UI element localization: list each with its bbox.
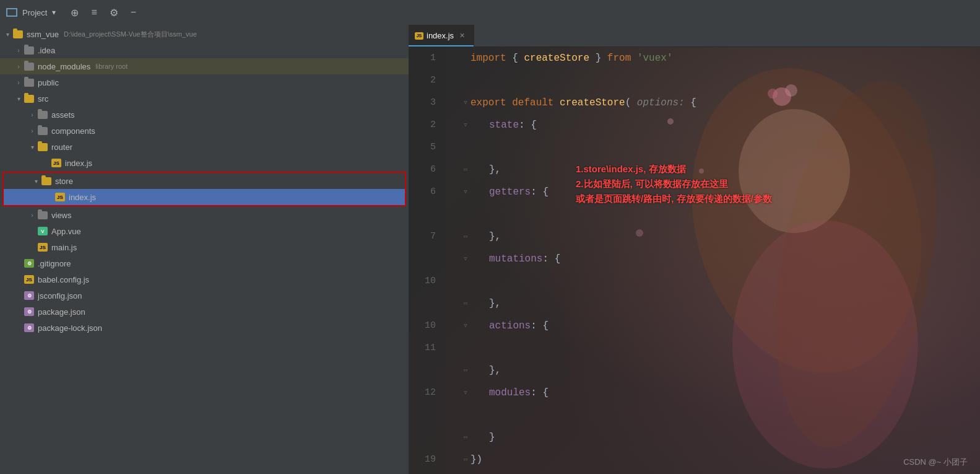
tab-bar: JS index.js ✕ (409, 25, 980, 47)
pj-label: package.json (38, 307, 85, 317)
line-num-8 (409, 203, 436, 226)
pl-icon: ⚙ (24, 322, 35, 333)
nm-label: node_modules (38, 62, 90, 71)
nm-chevron: › (14, 63, 24, 70)
idea-label: .idea (38, 46, 55, 55)
store-highlight-box: ▾ store JS index.js (2, 172, 406, 206)
si-js-icon: JS (54, 191, 66, 203)
menu-button[interactable]: ≡ (89, 6, 99, 19)
pj-icon: ⚙ (24, 306, 35, 317)
sidebar-item-package[interactable]: ⚙ package.json (0, 304, 409, 320)
minimize-button[interactable]: − (128, 6, 139, 19)
store-chevron: ▾ (31, 178, 41, 185)
fold-7[interactable]: ▽ (461, 181, 470, 203)
code-line-17 (461, 404, 980, 426)
sidebar-item-idea[interactable]: › .idea (0, 42, 409, 58)
code-line-5 (461, 136, 980, 159)
code-line-13: ▽ actions : { (461, 315, 980, 337)
fold-12[interactable]: ▭ (461, 292, 470, 315)
sidebar-item-public[interactable]: › public (0, 74, 409, 90)
title-bar-left: Project ▾ (6, 8, 56, 17)
sidebar-item-router-index[interactable]: JS index.js (0, 155, 409, 171)
sidebar-item-store[interactable]: ▾ store (4, 173, 405, 189)
line-num-3: 3 (409, 92, 436, 114)
code-line-14 (461, 337, 980, 359)
views-folder-icon (37, 209, 48, 221)
bc-js-icon: JS (24, 274, 35, 285)
code-line-19: ▭ }) (461, 449, 980, 471)
sidebar-item-views[interactable]: › views (0, 207, 409, 223)
project-icon (6, 8, 17, 17)
code-line-10: ▽ mutations : { (461, 248, 980, 270)
idea-folder-icon (24, 45, 35, 56)
line-num-11: 10 (409, 270, 436, 292)
line-num-1: 1 (409, 47, 436, 69)
components-folder-icon (37, 125, 48, 136)
nm-folder-icon (24, 61, 35, 72)
root-path: D:\idea_project\SSM-Vue整合项目\ssm_vue (64, 30, 197, 39)
fold-10[interactable]: ▽ (461, 248, 470, 270)
tab-index-js[interactable]: JS index.js ✕ (409, 25, 474, 46)
chevron-icon[interactable]: ▾ (52, 8, 56, 17)
public-label: public (38, 78, 59, 87)
ri-label: index.js (65, 159, 92, 168)
sidebar-item-package-lock[interactable]: ⚙ package-lock.json (0, 320, 409, 336)
fold-18[interactable]: ▭ (461, 426, 470, 449)
root-label: ssm_vue (27, 30, 59, 39)
fold-3[interactable]: ▽ (461, 92, 470, 114)
sidebar-item-assets[interactable]: › assets (0, 107, 409, 123)
line-num-13: 10 (409, 315, 436, 337)
views-chevron: › (27, 212, 37, 219)
router-chevron: ▾ (27, 144, 37, 151)
sidebar-item-store-index[interactable]: JS index.js (4, 189, 405, 205)
add-button[interactable]: ⊕ (68, 6, 81, 20)
code-lines[interactable]: import { createStore } from 'vuex' (446, 47, 980, 474)
editor-content[interactable]: 1 2 3 2 5 6 6 7 10 10 11 12 (409, 47, 980, 474)
sidebar-item-jsconfig[interactable]: ⚙ jsconfig.json (0, 287, 409, 304)
title-bar: Project ▾ ⊕ ≡ ⚙ − (0, 0, 980, 25)
fold-15[interactable]: ▭ (461, 359, 470, 382)
sidebar-item-main-js[interactable]: JS main.js (0, 239, 409, 255)
components-chevron: › (27, 128, 37, 134)
components-label: components (51, 126, 95, 136)
code-line-15: ▭ }, (461, 359, 980, 382)
sidebar: ▾ ssm_vue D:\idea_project\SSM-Vue整合项目\ss… (0, 25, 409, 474)
line-numbers: 1 2 3 2 5 6 6 7 10 10 11 12 (409, 47, 446, 474)
tab-close-icon[interactable]: ✕ (459, 32, 465, 40)
line-num-2: 2 (409, 69, 436, 92)
sidebar-item-babel[interactable]: JS babel.config.js (0, 271, 409, 287)
line-num-16: 12 (409, 382, 436, 404)
fold-9[interactable]: ▭ (461, 226, 470, 248)
sidebar-item-app-vue[interactable]: V App.vue (0, 223, 409, 239)
fold-6[interactable]: ▭ (461, 159, 470, 181)
fold-16[interactable]: ▽ (461, 382, 470, 404)
sidebar-item-components[interactable]: › components (0, 123, 409, 139)
sidebar-item-src[interactable]: ▾ src (0, 90, 409, 107)
router-folder-icon (37, 141, 48, 152)
idea-chevron: › (14, 47, 24, 54)
sidebar-item-router[interactable]: ▾ router (0, 139, 409, 155)
views-label: views (51, 211, 72, 220)
tree-root[interactable]: ▾ ssm_vue D:\idea_project\SSM-Vue整合项目\ss… (0, 26, 409, 42)
jc-label: jsconfig.json (38, 291, 82, 301)
fold-19[interactable]: ▭ (461, 449, 470, 471)
router-label: router (51, 143, 72, 152)
src-label: src (38, 94, 48, 103)
settings-button[interactable]: ⚙ (107, 6, 121, 20)
line-num-15 (409, 359, 436, 382)
bc-label: babel.config.js (38, 275, 89, 284)
tab-label: index.js (427, 31, 454, 40)
sidebar-item-gitignore[interactable]: ⚙ .gitignore (0, 255, 409, 271)
jc-icon: ⚙ (24, 290, 35, 301)
src-folder-icon (24, 93, 35, 104)
fold-1 (461, 47, 470, 69)
line-num-6: 6 (409, 159, 436, 181)
fold-13[interactable]: ▽ (461, 315, 470, 337)
title-text: Project (22, 8, 47, 17)
sidebar-item-node-modules[interactable]: › node_modules library root (0, 58, 409, 74)
editor-area: JS index.js ✕ (409, 25, 980, 474)
code-line-1: import { createStore } from 'vuex' (461, 47, 980, 69)
fold-4[interactable]: ▽ (461, 114, 470, 136)
line-num-5: 5 (409, 136, 436, 159)
pl-label: package-lock.json (38, 323, 102, 333)
